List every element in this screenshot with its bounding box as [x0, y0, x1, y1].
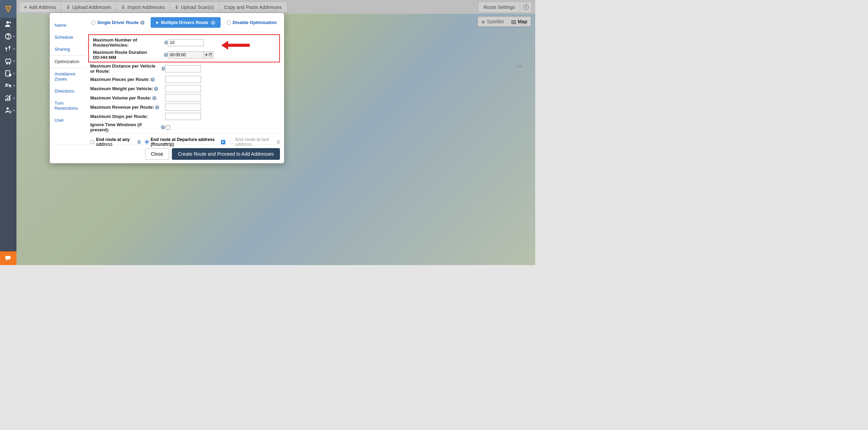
help-icon[interactable]: ? — [151, 77, 155, 82]
chevron-right-icon: ▶ — [13, 47, 15, 50]
multiple-drivers-label: Multiple Drivers Route — [161, 20, 208, 25]
max-pieces-label: Maximum Pieces per Route: ? — [90, 77, 165, 82]
max-revenue-label: Maximum Revenue per Route: ? — [90, 105, 165, 110]
duration-picker-button[interactable]: ☀⏱ — [204, 51, 213, 59]
svg-rect-18 — [9, 96, 10, 101]
max-distance-input[interactable] — [165, 65, 201, 72]
person-plus-icon — [4, 20, 12, 28]
multiple-drivers-button[interactable]: Multiple Drivers Route ? — [151, 17, 221, 28]
svg-point-10 — [9, 74, 11, 76]
app-sidebar: ▶ ▶ ▶ ▶ ▶ ▶ ▶ — [0, 0, 16, 265]
tab-user[interactable]: User — [50, 114, 85, 126]
tab-sharing[interactable]: Sharing — [50, 43, 85, 55]
sidebar-analytics[interactable]: ▶ — [0, 92, 16, 104]
help-icon: ? — [277, 140, 280, 144]
optimization-settings-modal: Name Schedule Sharing Optimization Avoid… — [50, 13, 284, 163]
routes-icon — [4, 45, 12, 52]
sidebar-routes[interactable]: ▶ — [0, 43, 16, 55]
ignore-time-windows-label: Ignore Time Windows (if present): ? — [90, 122, 165, 132]
tab-avoidance-zones[interactable]: Avoidance Zones — [50, 68, 85, 85]
help-icon[interactable]: ? — [164, 40, 168, 45]
max-duration-label: Maximum Route Duration DD:HH:MM ? — [93, 50, 168, 60]
clock-sun-icon: ☀⏱ — [204, 52, 212, 57]
chat-button[interactable] — [0, 251, 16, 265]
sidebar-address-book[interactable]: ▶ — [0, 67, 16, 80]
help-icon[interactable]: ? — [138, 140, 141, 144]
help-icon[interactable]: ? — [140, 21, 144, 25]
app-logo[interactable] — [0, 0, 16, 18]
help-icon[interactable]: ? — [211, 21, 215, 25]
sidebar-settings-user[interactable]: ▶ — [0, 104, 16, 117]
radio-icon — [90, 140, 94, 144]
modal-main-panel: Single Driver Route ? Multiple Drivers R… — [85, 13, 284, 144]
chevron-right-icon: ▶ — [13, 72, 15, 75]
svg-point-19 — [7, 107, 9, 109]
radio-icon — [230, 140, 234, 144]
max-volume-label: Maximum Volume per Route: ? — [90, 95, 165, 100]
play-icon[interactable] — [221, 140, 225, 144]
sidebar-team[interactable]: ▶ — [0, 80, 16, 92]
help-icon[interactable]: ? — [164, 53, 168, 57]
tab-turn-restrictions[interactable]: Turn Restrictions — [50, 97, 85, 114]
tab-optimization[interactable]: Optimization — [50, 55, 85, 68]
help-icon[interactable]: ? — [162, 67, 165, 71]
person-gear-icon — [4, 107, 12, 114]
svg-rect-13 — [9, 85, 11, 86]
help-icon[interactable]: ? — [152, 96, 156, 100]
max-weight-input[interactable] — [165, 85, 201, 92]
question-circle-icon — [4, 33, 12, 40]
route-logo-icon — [4, 5, 12, 13]
svg-point-1 — [10, 6, 11, 7]
chevron-right-icon: ▶ — [13, 84, 15, 87]
single-driver-radio[interactable]: Single Driver Route ? — [91, 20, 144, 25]
single-driver-label: Single Driver Route — [97, 20, 139, 25]
ignore-time-windows-checkbox[interactable] — [166, 125, 170, 130]
help-icon[interactable]: ? — [154, 87, 158, 91]
svg-rect-17 — [7, 97, 8, 101]
chevron-right-icon: ▶ — [13, 60, 15, 62]
help-icon[interactable]: ? — [155, 105, 159, 109]
disable-optimization-label: Disable Optimization — [233, 20, 277, 25]
chevron-right-icon: ▶ — [13, 109, 15, 112]
radio-dot-icon — [156, 22, 158, 24]
tab-directions[interactable]: Directions — [50, 85, 85, 97]
help-icon[interactable]: ? — [161, 125, 165, 129]
tab-name[interactable]: Name — [50, 19, 85, 31]
modal-footer: Close Create Route and Proceed to Add Ad… — [50, 144, 284, 163]
radio-icon — [145, 140, 149, 144]
team-truck-icon — [4, 82, 12, 89]
sidebar-add-user[interactable] — [0, 18, 16, 30]
max-duration-input[interactable] — [168, 51, 204, 59]
sidebar-orders[interactable]: ▶ — [0, 55, 16, 67]
highlighted-fields-group: Maximum Number of Routes/Vehicles: ? Max… — [88, 34, 280, 62]
tab-schedule[interactable]: Schedule — [50, 31, 85, 43]
max-stops-input[interactable] — [165, 113, 201, 120]
annotation-arrow — [220, 39, 250, 53]
svg-point-15 — [10, 86, 11, 87]
radio-icon — [227, 21, 231, 25]
svg-point-0 — [5, 6, 7, 7]
chart-arrow-icon — [4, 94, 12, 102]
svg-rect-16 — [5, 99, 7, 101]
max-routes-label: Maximum Number of Routes/Vehicles: ? — [93, 37, 168, 48]
sidebar-help[interactable]: ▶ — [0, 30, 16, 43]
svg-point-5 — [8, 38, 8, 38]
svg-point-20 — [9, 111, 11, 113]
book-pin-icon — [4, 70, 12, 77]
svg-point-8 — [9, 63, 10, 64]
max-stops-label: Maximum Stops per Route: — [90, 114, 165, 119]
disable-optimization-radio[interactable]: Disable Optimization — [227, 20, 277, 25]
max-routes-input[interactable] — [168, 39, 204, 46]
max-pieces-input[interactable] — [165, 76, 201, 83]
svg-point-11 — [5, 84, 7, 85]
close-button[interactable]: Close — [145, 148, 169, 160]
chat-icon — [5, 255, 12, 262]
chevron-right-icon: ▶ — [13, 35, 15, 38]
svg-point-12 — [7, 84, 9, 85]
max-distance-label: Maximum Distance per Vehicle or Route: ? — [90, 63, 165, 74]
route-type-selector: Single Driver Route ? Multiple Drivers R… — [88, 17, 280, 32]
max-volume-input[interactable] — [165, 94, 201, 101]
radio-icon — [91, 21, 95, 25]
max-revenue-input[interactable] — [165, 104, 201, 111]
create-route-button[interactable]: Create Route and Proceed to Add Addresse… — [172, 148, 280, 160]
